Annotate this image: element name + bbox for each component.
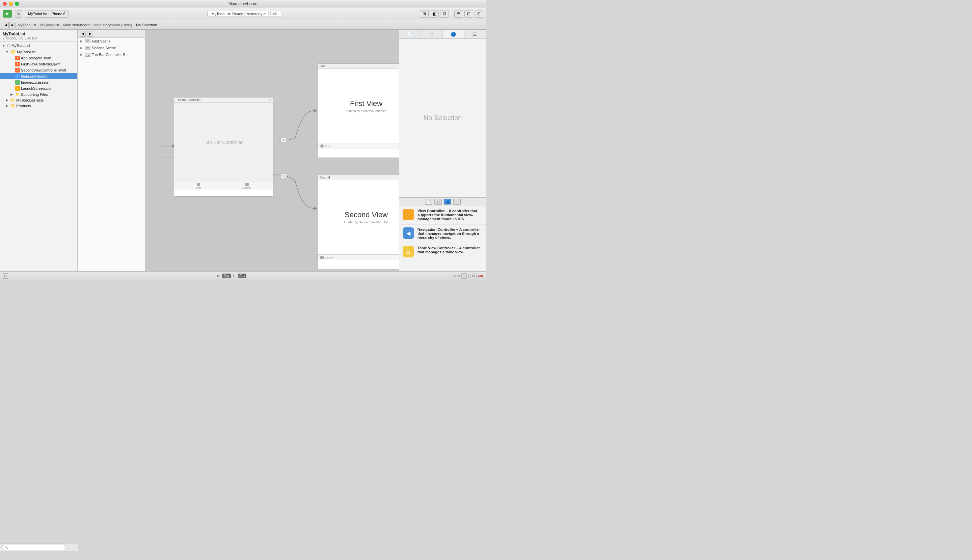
inspector-tab-quick[interactable]: ◻ [421,30,443,38]
status-ready: MyTodoList: Ready [212,12,243,16]
library-media-icon[interactable]: ☰ [453,199,461,205]
main-layout: MyTodoList 2 targets, iOS SDK 8.0 ▼ ⬡ My… [0,30,486,271]
inspector-tab-identity[interactable]: 🔵 [443,30,464,38]
minimize-button[interactable] [9,2,13,6]
library-section: 📄 ◻ 🔵 ☰ □ View Controller – A controller… [399,197,486,271]
svg-line-7 [282,175,284,177]
stop-button[interactable]: ■ [15,10,22,18]
editor-standard-button[interactable]: ⊞ [420,10,429,18]
sidebar-item-mytodolist-group[interactable]: ▼ 📁 MyTodoList [0,48,77,55]
zoom-fit-button[interactable]: ⊡ [3,273,8,278]
sidebar-item-mainstoryboard[interactable]: S Main.storyboard [0,73,77,79]
sidebar-item-firstvc[interactable]: S FirstViewController.swift [0,61,77,67]
svg-marker-5 [314,109,317,112]
canvas[interactable]: Tab Bar Controller ⊡ Tab Bar Controller … [145,30,399,271]
size-any-h[interactable]: Any [238,273,246,278]
library-item-view-controller[interactable]: □ View Controller – A controller that su… [399,206,486,225]
outline-item-first-scene[interactable]: ▶ VC First Scene [78,38,145,45]
svg-line-3 [282,139,284,141]
scene-icon-second: VC [85,46,90,50]
breadcrumb-item-5[interactable]: No Selection [136,23,157,27]
titlebar: Main.storyboard [0,0,486,7]
navigator-toggle-button[interactable]: ☰ [454,10,463,18]
library-item-nav-controller[interactable]: ◀ Navigation Controller – A controller t… [399,225,486,243]
bottom-bar-left: ⊡ | [3,273,10,278]
library-code-icon[interactable]: ◻ [434,199,442,205]
status-box: MyTodoList: Ready | Yesterday at 22:46 [207,11,281,17]
tab-item-first[interactable]: First [196,183,201,189]
tab-circle-first [197,183,200,186]
second-view-subtitle: Loaded by SecondViewConroller [344,221,389,224]
scheme-selector[interactable]: MyTodoList › iPhone 6 [25,10,68,18]
nav-icon: ◀ [402,227,414,239]
zoom-in-button[interactable]: ⊞ [457,274,460,278]
device-separator: › [48,12,50,16]
breadcrumb-item-1[interactable]: MyTodoList [18,23,37,27]
library-objects-icon[interactable]: 🔵 [444,199,451,205]
vc-title: View Controller – A controller that supp… [418,209,483,221]
tab-bar-controller-box[interactable]: Tab Bar Controller ⊡ Tab Bar Controller … [174,97,273,197]
second-tab-square [320,256,324,259]
outline-item-second-scene[interactable]: ▶ VC Second Scene [78,45,145,51]
editor-assistant-button[interactable]: ◧ [430,10,439,18]
zoom-out-button[interactable]: ⊟ [453,274,456,278]
nav-back-button[interactable]: ◀ [3,22,9,28]
outline-nav-back[interactable]: ◀ [80,31,86,37]
first-view-box[interactable]: First ⊡ First View Loaded by FirstViewCo… [317,63,399,158]
sidebar-item-images[interactable]: A Images.xcassets [0,79,77,85]
sidebar-item-appdelegate[interactable]: S AppDelegate.swift [0,55,77,61]
breadcrumb-item-2[interactable]: MyTodoList [40,23,59,27]
size-any-w[interactable]: Any [222,273,230,278]
tab-item-second[interactable]: Second [243,183,251,189]
tab-controller-body: Tab Bar Controller [174,103,273,182]
library-file-icon[interactable]: 📄 [425,199,433,205]
maximize-button[interactable] [15,2,19,6]
h-label: h [234,274,235,278]
folder-icon-supporting: 📁 [15,92,20,97]
inspector-tab-file[interactable]: 📄 [399,30,421,38]
sidebar-item-supporting[interactable]: ▶ 📁 Supporting Files [0,92,77,97]
resize-handle[interactable]: ⊡ [268,98,271,102]
first-view-subtitle: Loaded by FirstViewController [346,109,386,113]
close-button[interactable] [3,2,7,6]
folder-icon-products: 📁 [10,103,15,108]
swift-icon-firstvc: S [15,62,20,67]
svg-point-6 [281,173,286,179]
inspector-tab-attributes[interactable]: ☰ [464,30,486,38]
first-view-header: First ⊡ [317,64,399,69]
inspector-content: No Selection [399,39,486,197]
xcassets-icon: A [15,80,20,85]
debug-toggle-button[interactable]: ⊟ [464,10,473,18]
second-view-box[interactable]: Second ⊡ Second View Loaded by SecondVie… [317,175,399,269]
tab-square-second [246,183,249,186]
bottom-bar-center: w Any h Any [12,273,451,278]
project-name: MyTodoList [3,32,75,37]
canvas-zoom-button[interactable]: ⊡ [461,273,467,278]
run-button[interactable]: ▶ [3,10,12,18]
tab-controller-label: Tab Bar Controller [205,140,243,145]
w-label: w [217,274,219,278]
editor-version-button[interactable]: ⊡ [440,10,449,18]
sidebar-item-mytodolisttests[interactable]: ▶ 📁 MyTodoListTests [0,97,77,103]
library-item-table-controller[interactable]: ☰ Table View Controller – A controller t… [399,243,486,260]
second-view-body: Second View Loaded by SecondViewConrolle… [317,180,399,254]
sidebar-tree: ▼ ⬡ MyTodoList ▼ 📁 MyTodoList S AppDeleg… [0,42,77,109]
scene-icon-first: VC [85,39,90,43]
status-area: MyTodoList: Ready | Yesterday at 22:46 [71,11,417,17]
first-view-title: First View [350,99,382,108]
window-controls[interactable] [3,2,19,6]
sidebar-item-secondvc[interactable]: S SecondViewController.swift [0,67,77,73]
canvas-scroll[interactable]: Tab Bar Controller ⊡ Tab Bar Controller … [145,30,399,271]
breadcrumb-item-3[interactable]: Main.storyboard [63,23,90,27]
outline-item-tabbar-scene[interactable]: ▶ TB Tab Bar Controller S... [78,51,145,58]
sidebar-item-launchscreen[interactable]: X LaunchScreen.xib [0,85,77,92]
nav-forward-button[interactable]: ▶ [10,22,15,28]
sidebar-item-products[interactable]: ▶ 📁 Products [0,103,77,108]
sidebar-item-mytodolist-root[interactable]: ▼ ⬡ MyTodoList [0,43,77,48]
outline-nav-forward[interactable]: ▶ [87,31,93,37]
breadcrumb-item-4[interactable]: Main.storyboard (Base) [94,23,132,27]
entry-arrow [162,144,175,148]
utilities-toggle-button[interactable]: ⊞ [474,10,483,18]
size-classes-button[interactable]: ⊞ [471,273,476,278]
tab-controller-header: Tab Bar Controller ⊡ [174,97,273,103]
